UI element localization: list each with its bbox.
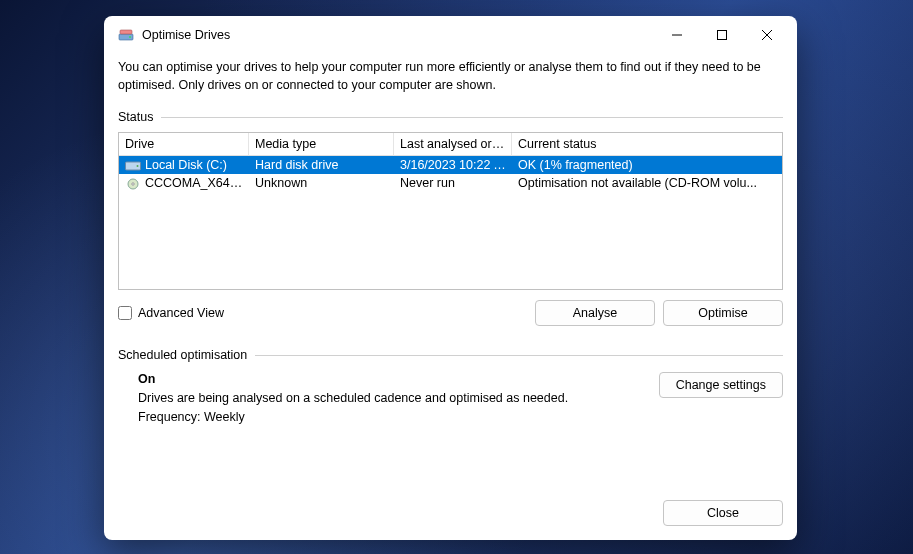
close-footer-button[interactable]: Close: [663, 500, 783, 526]
cell-status: OK (1% fragmented): [512, 156, 782, 174]
close-button[interactable]: [744, 20, 789, 50]
window-title: Optimise Drives: [142, 28, 654, 42]
cell-drive: CCCOMA_X64FRE_...: [119, 174, 249, 192]
column-header-media[interactable]: Media type: [249, 133, 394, 156]
status-label-text: Status: [118, 110, 153, 124]
cell-last: Never run: [394, 174, 512, 192]
drives-table[interactable]: Drive Media type Last analysed or o... C…: [118, 132, 783, 290]
hdd-icon: [125, 160, 141, 172]
cell-drive-text: Local Disk (C:): [145, 158, 227, 172]
advanced-view-input[interactable]: [118, 306, 132, 320]
column-header-drive[interactable]: Drive: [119, 133, 249, 156]
column-header-status[interactable]: Current status: [512, 133, 782, 156]
schedule-status: On: [138, 372, 649, 386]
schedule-label-text: Scheduled optimisation: [118, 348, 247, 362]
maximize-button[interactable]: [699, 20, 744, 50]
table-header: Drive Media type Last analysed or o... C…: [119, 133, 782, 156]
schedule-frequency: Frequency: Weekly: [138, 410, 649, 424]
svg-point-8: [137, 165, 139, 167]
divider: [161, 117, 783, 118]
cd-icon: [125, 178, 141, 190]
divider: [255, 355, 783, 356]
intro-text: You can optimise your drives to help you…: [118, 58, 783, 94]
analyse-button[interactable]: Analyse: [535, 300, 655, 326]
table-row[interactable]: Local Disk (C:) Hard disk drive 3/16/202…: [119, 156, 782, 174]
change-settings-button[interactable]: Change settings: [659, 372, 783, 398]
schedule-section-label: Scheduled optimisation: [118, 348, 783, 362]
schedule-description: Drives are being analysed on a scheduled…: [138, 391, 649, 405]
window-controls: [654, 20, 789, 50]
titlebar: Optimise Drives: [104, 16, 797, 54]
cell-media: Unknown: [249, 174, 394, 192]
cell-last: 3/16/2023 10:22 AM: [394, 156, 512, 174]
optimise-drives-window: Optimise Drives You can optimise your dr…: [104, 16, 797, 540]
column-header-last-analysed[interactable]: Last analysed or o...: [394, 133, 512, 156]
optimise-button[interactable]: Optimise: [663, 300, 783, 326]
status-section-label: Status: [118, 110, 783, 124]
svg-point-10: [132, 183, 134, 185]
advanced-view-label: Advanced View: [138, 306, 224, 320]
svg-rect-1: [120, 30, 132, 34]
cell-status: Optimisation not available (CD-ROM volu.…: [512, 174, 782, 192]
cell-drive-text: CCCOMA_X64FRE_...: [145, 176, 249, 190]
app-icon: [118, 27, 134, 43]
minimize-button[interactable]: [654, 20, 699, 50]
cell-media: Hard disk drive: [249, 156, 394, 174]
svg-point-2: [129, 36, 131, 38]
table-row[interactable]: CCCOMA_X64FRE_... Unknown Never run Opti…: [119, 174, 782, 192]
svg-rect-4: [717, 31, 726, 40]
cell-drive: Local Disk (C:): [119, 156, 249, 174]
advanced-view-checkbox[interactable]: Advanced View: [118, 306, 527, 320]
